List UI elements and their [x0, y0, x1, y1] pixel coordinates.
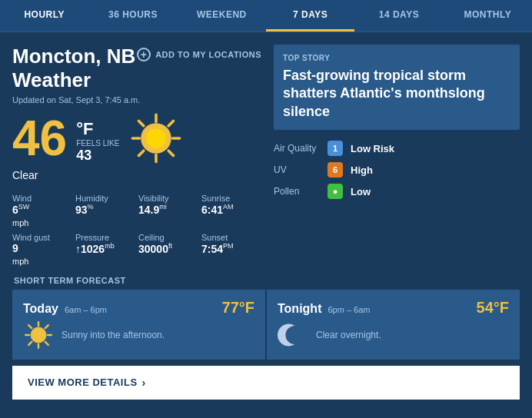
today-desc: Sunny into the afternoon.: [62, 330, 165, 340]
tonight-forecast-card: Tonight 6pm – 6am 54°F Clear overnight.: [267, 290, 520, 360]
sunset-value: 7:54PM: [201, 242, 261, 255]
svg-line-6: [169, 151, 174, 155]
svg-line-8: [139, 151, 144, 155]
visibility-value: 14.9mi: [138, 203, 198, 216]
humidity-value: 93%: [75, 203, 135, 216]
svg-line-5: [139, 121, 144, 126]
temperature-unit: °F: [76, 119, 119, 139]
left-panel: Moncton, NB Weather + ADD TO MY LOCATION…: [12, 45, 261, 267]
pressure-detail: Pressure ↑1026mb: [75, 233, 135, 267]
wind-gust-detail: Wind gust 9 mph: [12, 233, 72, 267]
pressure-label: Pressure: [75, 233, 135, 242]
uv-status: High: [351, 164, 373, 176]
svg-line-19: [28, 341, 32, 344]
svg-point-11: [31, 327, 47, 343]
ceiling-value: 30000ft: [138, 242, 198, 255]
svg-line-16: [28, 325, 32, 328]
pollen-status: Low: [351, 186, 371, 197]
chevron-icon: ›: [142, 377, 146, 389]
today-forecast-card: Today 6am – 6pm 77°F Sunny into the afte…: [12, 290, 265, 360]
svg-point-10: [147, 128, 166, 148]
conditions-box: Air Quality 1 Low Risk UV 6 High Pollen …: [274, 138, 520, 202]
tab-hourly[interactable]: HOURLY: [0, 0, 88, 32]
sunrise-value: 6:41AM: [201, 203, 261, 216]
add-location-label: ADD TO MY LOCATIONS: [155, 50, 261, 59]
today-temp: 77°F: [222, 299, 254, 317]
tab-weekend[interactable]: WEEKEND: [178, 0, 266, 32]
today-header: Today 6am – 6pm 77°F: [23, 299, 254, 317]
tab-14days[interactable]: 14 DAYS: [354, 0, 443, 32]
humidity-detail: Humidity 93%: [75, 194, 135, 228]
add-location-button[interactable]: + ADD TO MY LOCATIONS: [137, 48, 261, 61]
sunset-label: Sunset: [201, 233, 261, 242]
sun-icon: [128, 111, 184, 166]
wind-gust-label: Wind gust: [12, 233, 72, 242]
ceiling-detail: Ceiling 30000ft: [138, 233, 198, 267]
temperature-section: 46 °F FEELS LIKE 43: [12, 111, 261, 166]
tonight-header: Tonight 6pm – 6am 54°F: [278, 299, 509, 317]
pollen-row: Pollen ● Low: [274, 184, 520, 199]
uv-row: UV 6 High: [274, 162, 520, 177]
nav-tabs: HOURLY 36 HOURS WEEKEND 7 DAYS 14 DAYS M…: [0, 0, 532, 32]
tonight-period: Tonight: [278, 302, 321, 316]
main-content: Moncton, NB Weather + ADD TO MY LOCATION…: [0, 32, 532, 267]
today-period: Today: [23, 302, 58, 316]
condition-text: Clear: [12, 169, 261, 181]
feels-like-label: FEELS LIKE: [76, 139, 119, 148]
top-story-box: TOP STORY Fast-growing tropical storm sh…: [274, 45, 520, 130]
weather-details: Wind 6SW mph Humidity 93% Visibility 14.…: [12, 194, 261, 267]
location-header: Moncton, NB Weather + ADD TO MY LOCATION…: [12, 45, 261, 92]
sunset-detail: Sunset 7:54PM: [201, 233, 261, 267]
svg-line-17: [45, 341, 48, 344]
air-quality-badge: 1: [328, 141, 343, 156]
short-term-label: SHORT TERM FORECAST: [12, 276, 520, 285]
ceiling-label: Ceiling: [138, 233, 198, 242]
page-title: Moncton, NB Weather: [12, 45, 137, 92]
uv-label: UV: [274, 164, 320, 175]
updated-text: Updated on Sat, Sept 3, 7:45 a.m.: [12, 95, 261, 104]
tonight-temp: 54°F: [477, 299, 509, 317]
wind-gust-value: 9 mph: [12, 242, 72, 267]
today-time: 6am – 6pm: [65, 305, 107, 314]
temp-unit-feels: °F FEELS LIKE 43: [76, 113, 119, 164]
top-story-headline[interactable]: Fast-growing tropical storm shatters Atl…: [283, 67, 510, 121]
visibility-label: Visibility: [138, 194, 198, 203]
feels-like-value: 43: [76, 148, 119, 164]
short-term-section: SHORT TERM FORECAST Today 6am – 6pm 77°F: [12, 276, 520, 360]
temperature-value: 46: [12, 114, 67, 163]
tab-36hours[interactable]: 36 HOURS: [88, 0, 177, 32]
sunrise-detail: Sunrise 6:41AM: [201, 194, 261, 228]
wind-label: Wind: [12, 194, 72, 203]
svg-line-18: [45, 325, 48, 328]
plus-icon: +: [137, 48, 151, 61]
view-more-label: VIEW MORE DETAILS: [28, 377, 138, 388]
air-quality-row: Air Quality 1 Low Risk: [274, 141, 520, 156]
view-more-button[interactable]: VIEW MORE DETAILS ›: [12, 366, 520, 400]
today-body: Sunny into the afternoon.: [23, 320, 254, 350]
humidity-label: Humidity: [75, 194, 135, 203]
top-story-label: TOP STORY: [283, 54, 510, 62]
tonight-time: 6pm – 6am: [328, 305, 370, 314]
today-sun-icon: [23, 320, 54, 350]
tab-monthly[interactable]: MONTHLY: [444, 0, 532, 32]
sunrise-label: Sunrise: [201, 194, 261, 203]
wind-detail: Wind 6SW mph: [12, 194, 72, 228]
visibility-detail: Visibility 14.9mi: [138, 194, 198, 228]
pollen-label: Pollen: [274, 186, 320, 197]
air-quality-status: Low Risk: [351, 143, 394, 154]
pressure-value: ↑1026mb: [75, 242, 135, 255]
tonight-desc: Clear overnight.: [316, 330, 381, 340]
tonight-body: Clear overnight.: [278, 320, 509, 350]
right-panel: TOP STORY Fast-growing tropical storm sh…: [274, 45, 520, 267]
moon-icon: [278, 320, 308, 350]
uv-badge: 6: [328, 162, 343, 177]
pollen-badge: ●: [328, 184, 343, 199]
air-quality-label: Air Quality: [274, 143, 320, 154]
forecast-cards: Today 6am – 6pm 77°F Sunny into the afte…: [12, 290, 520, 360]
svg-line-7: [169, 121, 174, 126]
tab-7days[interactable]: 7 DAYS: [266, 0, 354, 32]
wind-value: 6SW mph: [12, 203, 72, 228]
